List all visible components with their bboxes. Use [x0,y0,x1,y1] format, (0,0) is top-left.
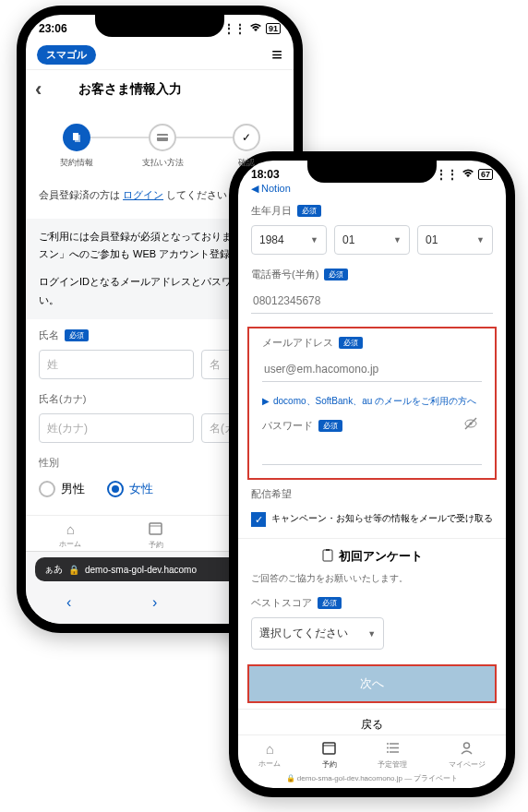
home-icon: ⌂ [266,741,274,757]
time: 23:06 [39,22,67,35]
radio-male[interactable]: 男性 [39,481,85,497]
forward-icon[interactable]: › [152,594,157,615]
lastname-input[interactable] [39,350,194,379]
svg-point-25 [387,747,389,749]
time: 18:03 [251,168,280,181]
required-badge: 必須 [324,269,348,281]
tab-reserve[interactable]: 予約 [322,741,337,770]
day-select[interactable]: 01▼ [417,225,493,255]
check-icon: ✓ [233,124,260,151]
step-contract: 契約情報 [60,124,93,169]
lock-icon: 🔒 [68,565,79,575]
tab-mypage[interactable]: マイページ [449,741,486,770]
svg-point-27 [464,743,470,748]
tab-reserve[interactable]: 予約 [149,521,163,550]
signal-icon: ⋮⋮ [436,168,458,181]
app-header: スマゴル ≡ [26,39,294,70]
step-payment: 支払い方法 [142,124,184,169]
svg-rect-1 [75,135,80,142]
page-title-row: ‹ お客さま情報入力 [26,70,294,109]
required-badge: 必須 [318,597,342,609]
url-text: demo-sma-gol-dev.hacomo [85,565,197,575]
dob-label: 生年月日 必須 [238,200,506,221]
svg-point-26 [387,751,389,753]
svg-rect-3 [157,136,168,137]
chevron-down-icon: ▼ [393,235,402,245]
caret-right-icon: ▶ [262,396,270,406]
calendar-icon [149,521,162,538]
survey-desc: ご回答のご協力をお願いいたします。 [238,568,506,592]
stepper: 契約情報 支払い方法 ✓ 確認 [26,109,294,178]
bottom-url: 🔒 demo-sma-gol-dev.hacomono.jp — プライベート [238,770,506,786]
list-icon [386,741,400,758]
svg-rect-4 [150,523,162,534]
email-input[interactable] [262,357,482,382]
tab-home[interactable]: ⌂ ホーム [59,521,81,550]
required-badge: 必須 [339,337,363,349]
carrier-note-link[interactable]: ▶docomo、SoftBank、au のメールをご利用の方へ [249,391,495,415]
battery-icon: 67 [478,169,493,180]
survey-title: 初回アンケート [238,538,506,568]
text-size-icon[interactable]: ぁあ [44,563,63,576]
password-label: パスワード 必須 [249,415,495,436]
phone-right: 18:03 ⋮⋮ 67 ◀ Notion 生年月日 必須 1984▼ 01▼ 0… [229,151,515,797]
back-nav[interactable]: ◀ Notion [238,183,506,200]
bestscore-select[interactable]: 選択してください ▼ [251,617,384,650]
back-chevron-icon[interactable]: ‹ [35,78,42,102]
document-icon [63,124,90,151]
battery-icon: 91 [266,23,281,34]
page-title: お客さま情報入力 [78,81,182,98]
highlighted-auth-section: メールアドレス 必須 ▶docomo、SoftBank、au のメールをご利用の… [247,327,497,480]
lastname-kana-input[interactable] [39,413,194,443]
card-icon [149,124,176,151]
required-badge: 必須 [65,329,89,341]
home-icon: ⌂ [66,521,75,537]
tab-schedule[interactable]: 予定管理 [378,741,407,770]
password-input[interactable] [262,440,482,465]
phone-input[interactable] [251,289,493,314]
consent-checkbox-row[interactable]: ✓ キャンペーン・お知らせ等の情報をメールで受け取る [238,505,506,534]
calendar-icon [322,741,336,758]
login-link[interactable]: ログイン [123,189,163,200]
year-select[interactable]: 1984▼ [251,225,327,255]
chevron-down-icon: ▼ [476,235,485,245]
svg-point-24 [387,743,389,745]
chevron-down-icon: ▼ [310,235,318,245]
svg-rect-19 [323,743,335,754]
svg-rect-18 [326,549,330,551]
chevron-down-icon: ▼ [367,629,376,639]
notch [307,159,437,183]
consent-label: 配信希望 [238,484,506,505]
next-button[interactable]: 次へ [247,664,497,703]
required-badge: 必須 [318,420,342,432]
month-select[interactable]: 01▼ [334,225,410,255]
clipboard-icon [322,549,333,565]
checkbox-checked-icon: ✓ [251,512,266,527]
back-icon[interactable]: ‹ [66,594,71,615]
menu-icon[interactable]: ≡ [271,44,282,66]
user-icon [460,741,474,758]
tab-home[interactable]: ⌂ ホーム [258,741,281,770]
signal-icon: ⋮⋮ [223,22,246,35]
wifi-icon [249,22,262,35]
eye-off-icon[interactable] [463,416,478,434]
wifi-icon [462,168,474,181]
notch [95,13,224,37]
app-tabbar: ⌂ ホーム 予約 予定管理 マイページ [238,734,506,775]
step-confirm: ✓ 確認 [233,124,260,169]
bestscore-label: ベストスコア 必須 [238,592,506,614]
required-badge: 必須 [297,205,321,217]
logo: スマゴル [37,45,96,65]
radio-female[interactable]: 女性 [107,481,153,497]
svg-rect-17 [323,550,332,561]
email-label: メールアドレス 必須 [249,332,495,353]
phone-label: 電話番号(半角) 必須 [238,264,506,285]
